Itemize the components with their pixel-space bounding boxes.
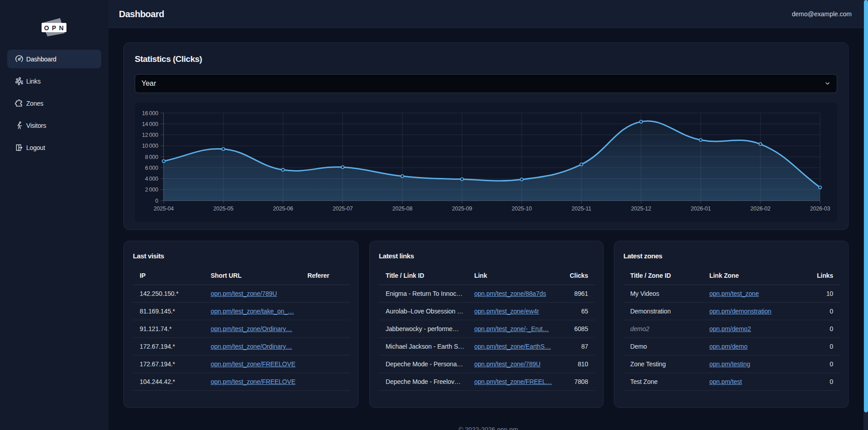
svg-text:O: O bbox=[44, 24, 49, 32]
svg-text:2025-04: 2025-04 bbox=[154, 206, 174, 212]
svg-text:6 000: 6 000 bbox=[145, 165, 159, 171]
svg-text:4 000: 4 000 bbox=[145, 176, 159, 182]
svg-text:2025-05: 2025-05 bbox=[213, 206, 234, 212]
svg-text:0: 0 bbox=[155, 198, 158, 204]
svg-text:2026-02: 2026-02 bbox=[750, 206, 771, 212]
svg-text:2025-12: 2025-12 bbox=[631, 206, 651, 212]
svg-text:P: P bbox=[52, 24, 56, 32]
svg-text:14 000: 14 000 bbox=[142, 121, 158, 127]
svg-text:12 000: 12 000 bbox=[142, 132, 158, 138]
svg-text:2026-03: 2026-03 bbox=[810, 206, 830, 212]
svg-text:2025-06: 2025-06 bbox=[273, 206, 293, 212]
svg-text:16 000: 16 000 bbox=[142, 110, 158, 117]
svg-text:2025-08: 2025-08 bbox=[392, 206, 413, 212]
svg-text:2025-09: 2025-09 bbox=[452, 206, 472, 212]
svg-text:N: N bbox=[59, 24, 63, 32]
svg-text:8 000: 8 000 bbox=[145, 154, 159, 160]
svg-text:10 000: 10 000 bbox=[142, 143, 158, 149]
svg-text:2 000: 2 000 bbox=[145, 187, 159, 193]
svg-text:2026-01: 2026-01 bbox=[691, 206, 711, 212]
svg-text:2025-11: 2025-11 bbox=[571, 206, 591, 212]
svg-text:2025-07: 2025-07 bbox=[333, 206, 353, 212]
svg-text:2025-10: 2025-10 bbox=[512, 206, 532, 212]
